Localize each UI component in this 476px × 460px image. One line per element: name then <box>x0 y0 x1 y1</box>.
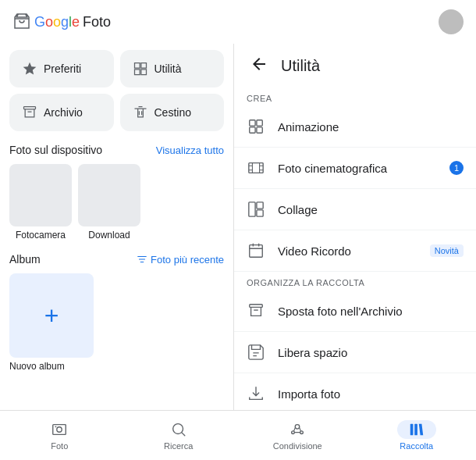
collage-item[interactable]: Collage <box>234 189 476 230</box>
libera-spazio-item[interactable]: Libera spazio <box>234 332 476 373</box>
svg-rect-5 <box>249 163 263 173</box>
animazione-label: Animazione <box>278 120 464 134</box>
share-nav-icon <box>288 420 307 439</box>
nav-condivisione-label: Condivisione <box>273 441 322 451</box>
back-button[interactable] <box>247 52 272 80</box>
nav-ricerca[interactable]: Ricerca <box>119 411 239 460</box>
cestino-label: Cestino <box>155 106 191 119</box>
nav-raccolta-label: Raccolta <box>400 441 433 451</box>
video-ricordo-label: Video Ricordo <box>278 244 417 258</box>
nav-foto[interactable]: Foto <box>0 411 119 460</box>
svg-rect-7 <box>257 202 263 209</box>
foto-cinem-badge: 1 <box>449 161 464 175</box>
grid-icon <box>133 61 148 77</box>
animation-icon <box>247 117 265 136</box>
search-nav-icon <box>169 420 188 439</box>
svg-rect-3 <box>250 127 255 133</box>
calendar-icon <box>247 241 265 260</box>
photo-nav-icon <box>50 420 69 439</box>
nav-condivisione[interactable]: Condivisione <box>238 411 357 460</box>
right-panel-header: Utilità <box>234 44 476 87</box>
app-logo: Google Foto <box>12 12 111 31</box>
back-icon <box>250 55 268 73</box>
library-nav-icon <box>397 420 436 439</box>
album-sort-button[interactable]: Foto più recente <box>137 254 224 266</box>
collage-label: Collage <box>278 203 464 216</box>
collage-icon <box>247 200 265 219</box>
star-icon <box>22 61 37 77</box>
svg-rect-8 <box>257 210 263 216</box>
import-icon <box>247 384 265 403</box>
device-section-title: Foto sul dispositivo <box>9 144 102 156</box>
album-section-title: Album <box>9 253 41 266</box>
logo-google: Google <box>34 14 80 30</box>
new-album-container: + Nuovo album <box>9 273 94 372</box>
svg-rect-20 <box>410 424 414 436</box>
preferiti-button[interactable]: Preferiti <box>9 50 114 87</box>
svg-rect-10 <box>250 305 263 308</box>
svg-point-17 <box>296 425 300 430</box>
svg-point-16 <box>172 424 183 434</box>
archivio-button[interactable]: Archivio <box>9 94 114 131</box>
sposta-archivio-label: Sposta foto nell'Archivio <box>278 305 464 318</box>
foto-cinem-label: Foto cinematografica <box>278 162 437 175</box>
right-panel: Utilità CREA Animazione <box>234 44 476 410</box>
archive2-icon <box>247 301 265 320</box>
download-item[interactable]: Download <box>78 164 140 241</box>
logo-foto: Foto <box>83 14 111 30</box>
cestino-button[interactable]: Cestino <box>120 94 225 131</box>
main-content: Preferiti Utilità Archivio <box>0 44 476 410</box>
fotocamera-thumb <box>9 164 72 226</box>
utility-grid: Preferiti Utilità Archivio <box>9 50 224 131</box>
svg-rect-13 <box>53 425 66 435</box>
album-section-header: Album Foto più recente <box>9 253 224 266</box>
bag-icon <box>12 12 31 31</box>
svg-rect-4 <box>257 127 262 133</box>
novita-badge: Novità <box>430 244 464 257</box>
download-thumb <box>78 164 140 226</box>
svg-point-15 <box>55 426 57 427</box>
album-sort-label: Foto più recente <box>151 254 224 266</box>
app-header: Google Foto <box>0 0 476 44</box>
utilita-button[interactable]: Utilità <box>120 50 225 87</box>
left-panel: Preferiti Utilità Archivio <box>0 44 234 410</box>
svg-point-14 <box>57 427 62 432</box>
svg-rect-0 <box>24 107 36 109</box>
svg-rect-2 <box>257 120 262 126</box>
svg-rect-21 <box>414 424 417 436</box>
right-panel-title: Utilità <box>281 57 320 75</box>
svg-rect-6 <box>249 202 255 216</box>
preferiti-label: Preferiti <box>44 62 81 75</box>
fotocamera-label: Fotocamera <box>16 230 66 241</box>
organizza-label: ORGANIZZA LA RACCOLTA <box>234 272 476 291</box>
svg-rect-1 <box>250 120 255 126</box>
sposta-archivio-item[interactable]: Sposta foto nell'Archivio <box>234 291 476 332</box>
crea-label: CREA <box>234 87 476 106</box>
device-section-header: Foto sul dispositivo Visualizza tutto <box>9 144 224 156</box>
album-grid: + Nuovo album <box>9 273 224 372</box>
new-album-label: Nuovo album <box>9 361 94 372</box>
download-label: Download <box>88 230 130 241</box>
video-ricordo-item[interactable]: Video Ricordo Novità <box>234 230 476 272</box>
importa-foto-item[interactable]: Importa foto <box>234 373 476 410</box>
animazione-item[interactable]: Animazione <box>234 106 476 148</box>
foto-cinem-item[interactable]: Foto cinematografica 1 <box>234 148 476 189</box>
visualizza-tutto-link[interactable]: Visualizza tutto <box>156 144 224 156</box>
trash-icon <box>133 105 148 120</box>
nav-raccolta[interactable]: Raccolta <box>357 411 477 460</box>
archivio-label: Archivio <box>44 106 83 119</box>
avatar[interactable] <box>439 9 464 34</box>
importa-foto-label: Importa foto <box>278 387 464 401</box>
nav-foto-label: Foto <box>51 441 68 451</box>
utilita-label: Utilità <box>155 62 182 75</box>
device-photos-grid: Fotocamera Download <box>9 164 224 241</box>
nav-ricerca-label: Ricerca <box>164 441 193 451</box>
libera-spazio-label: Libera spazio <box>278 346 464 359</box>
sort-icon <box>137 254 147 265</box>
free-space-icon <box>247 343 265 362</box>
new-album-button[interactable]: + <box>9 273 94 358</box>
fotocamera-item[interactable]: Fotocamera <box>9 164 72 241</box>
bottom-nav: Foto Ricerca Condivisione <box>0 410 476 460</box>
plus-icon: + <box>44 301 59 330</box>
svg-rect-9 <box>250 245 263 258</box>
